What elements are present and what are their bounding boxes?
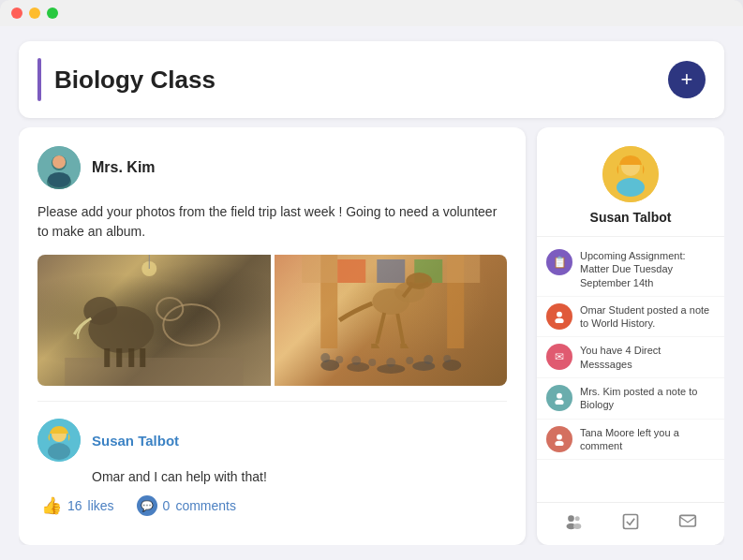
comments-label: comments	[175, 498, 236, 513]
profile-section: Susan Talbot	[537, 127, 724, 237]
svg-rect-9	[116, 348, 122, 367]
comments-count: 0	[163, 498, 171, 513]
notification-text-1: Omar Student posted a note to World Hist…	[580, 303, 715, 331]
person-icon-2	[553, 391, 566, 405]
svg-point-54	[574, 516, 579, 521]
notification-text-4: Tana Moore left you a comment	[580, 426, 715, 453]
student-avatar-svg	[37, 419, 81, 462]
person-icon	[553, 310, 566, 323]
check-icon-button[interactable]	[621, 512, 640, 536]
mammoth-illustration	[37, 255, 271, 386]
notification-item[interactable]: 📋 Upcoming Assignment: Matter Due Tuesda…	[537, 243, 724, 297]
actions-bar: 👍 16 likes 💬 0 comments	[37, 495, 507, 516]
message-icon-button[interactable]	[678, 512, 697, 536]
right-panel: Susan Talbot 📋 Upcoming Assignment: Matt…	[537, 127, 724, 545]
notification-icon-4	[546, 426, 572, 452]
profile-avatar	[602, 146, 659, 202]
svg-point-3	[52, 155, 66, 169]
svg-rect-10	[128, 348, 134, 367]
page-title: Biology Class	[54, 66, 215, 95]
header-bar: Biology Class +	[19, 41, 724, 118]
notification-item[interactable]: Omar Student posted a note to World Hist…	[537, 297, 724, 338]
svg-point-34	[351, 356, 361, 365]
svg-point-49	[555, 400, 563, 405]
svg-point-32	[320, 353, 330, 362]
app-container: Biology Class + Mrs. Kim	[0, 26, 743, 560]
notification-text-2: You have 4 Direct Messsages	[580, 344, 715, 371]
post-author: Mrs. Kim	[92, 159, 156, 176]
student-avatar	[37, 419, 81, 462]
notification-icon-1	[546, 303, 572, 330]
checkmark-icon	[621, 512, 640, 531]
svg-line-26	[397, 314, 403, 344]
photo-mammoth	[37, 255, 271, 386]
minimize-dot[interactable]	[29, 7, 40, 19]
svg-point-50	[557, 434, 562, 439]
comment-icon: 💬	[137, 495, 157, 516]
notification-icon-3	[546, 385, 572, 411]
thumbs-up-icon: 👍	[41, 495, 62, 516]
svg-point-47	[555, 318, 563, 323]
window-chrome	[0, 0, 743, 26]
svg-point-12	[163, 304, 219, 346]
notification-item[interactable]: Tana Moore left you a comment	[537, 420, 724, 461]
add-button[interactable]: +	[668, 61, 706, 98]
svg-point-4	[48, 172, 70, 187]
reply-author: Susan Talbot	[92, 433, 179, 449]
svg-point-33	[335, 356, 343, 363]
message-icon	[678, 512, 697, 531]
likes-count: 16	[67, 498, 82, 513]
notification-text-3: Mrs. Kim posted a note to Biology	[580, 385, 715, 412]
photos-grid	[37, 255, 507, 386]
profile-avatar-svg	[602, 146, 659, 202]
notification-text-0: Upcoming Assignment: Matter Due Tuesday …	[580, 249, 715, 289]
svg-rect-11	[140, 348, 145, 367]
post-divider	[37, 401, 507, 402]
svg-point-35	[368, 359, 376, 366]
reply-text: Omar and I can help with that!	[37, 469, 507, 484]
comment-button[interactable]: 💬 0 comments	[137, 495, 236, 516]
svg-line-25	[377, 313, 384, 344]
post-header: Mrs. Kim	[37, 146, 507, 189]
svg-rect-20	[377, 259, 405, 283]
profile-name: Susan Talbot	[590, 210, 672, 225]
photo-dinosaur	[275, 255, 508, 386]
svg-point-45	[617, 178, 645, 197]
teacher-avatar	[37, 146, 81, 189]
svg-point-13	[156, 298, 183, 320]
header-left: Biology Class	[37, 58, 215, 101]
svg-point-52	[568, 515, 574, 522]
svg-rect-8	[104, 348, 110, 367]
dinosaur-illustration	[275, 255, 508, 386]
post-text: Please add your photos from the field tr…	[37, 202, 507, 242]
svg-point-48	[557, 393, 562, 399]
svg-point-38	[424, 355, 433, 364]
svg-point-46	[557, 312, 562, 317]
notification-item[interactable]: Mrs. Kim posted a note to Biology	[537, 378, 724, 420]
svg-point-37	[406, 357, 413, 364]
maximize-dot[interactable]	[47, 7, 58, 19]
svg-rect-57	[680, 515, 696, 526]
groups-icon-button[interactable]	[564, 512, 583, 536]
svg-rect-19	[337, 259, 365, 283]
teacher-avatar-svg	[37, 146, 81, 189]
svg-point-42	[48, 443, 70, 460]
notification-icon-2: ✉	[546, 344, 572, 370]
notification-icon-0: 📋	[546, 249, 572, 275]
svg-rect-56	[623, 515, 637, 529]
person-icon-3	[553, 433, 566, 446]
feed-panel: Mrs. Kim Please add your photos from the…	[19, 127, 526, 545]
main-content: Mrs. Kim Please add your photos from the…	[19, 127, 724, 545]
like-button[interactable]: 👍 16 likes	[41, 495, 114, 516]
groups-icon	[564, 512, 583, 531]
accent-bar	[37, 58, 41, 101]
notification-item[interactable]: ✉ You have 4 Direct Messsages	[537, 337, 724, 378]
reply-header: Susan Talbot	[37, 419, 507, 462]
close-dot[interactable]	[11, 7, 22, 19]
svg-point-51	[555, 440, 563, 445]
right-panel-footer	[537, 502, 724, 545]
svg-point-55	[573, 523, 581, 529]
reply-section: Susan Talbot Omar and I can help with th…	[37, 411, 507, 516]
svg-point-39	[443, 355, 451, 362]
notifications-list: 📋 Upcoming Assignment: Matter Due Tuesda…	[537, 237, 724, 502]
